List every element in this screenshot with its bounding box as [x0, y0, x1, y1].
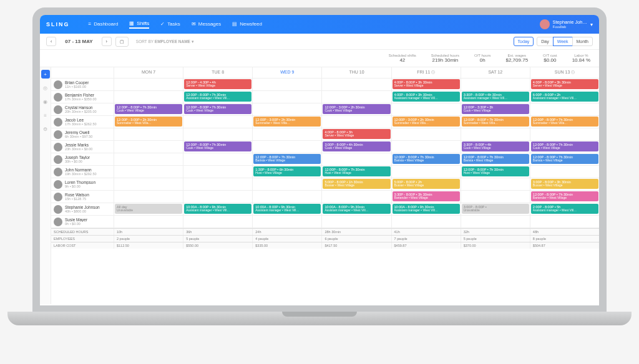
empty-cell[interactable] [391, 103, 461, 115]
shift-cell[interactable]: 3:00P - 8:00P •Unavailable [461, 203, 530, 215]
user-menu[interactable]: Stephanie Joh… Foodlab ▾ [540, 19, 593, 29]
view-day[interactable]: Day [537, 37, 553, 46]
shift-cell[interactable]: 3:00P - 8:00P • 4h 30minCook • West Vill… [321, 141, 391, 153]
empty-cell[interactable] [252, 216, 321, 228]
empty-cell[interactable] [183, 191, 252, 203]
empty-cell[interactable] [183, 166, 252, 178]
empty-cell[interactable] [183, 216, 252, 228]
shift-cell[interactable]: 12:00P - 3:00P • 2h 30minSommelier • Wes… [391, 116, 461, 128]
empty-cell[interactable] [391, 216, 461, 228]
employee-cell[interactable]: Jacob Lee 17h 30min • $262.50 [51, 116, 114, 128]
empty-cell[interactable] [461, 79, 530, 90]
shift-cell[interactable]: 1:30P - 8:00P • 6h 30minHost • West Vill… [252, 166, 321, 178]
shift-cell[interactable]: 12:00P - 8:00P • 7h 30minCook • West Vil… [114, 103, 183, 115]
filter-icon[interactable]: ≡ [41, 111, 50, 120]
shift-cell[interactable]: 4:00P - 8:00P • 3hServer • West Village [321, 128, 391, 140]
employee-cell[interactable]: Rose Watson 15h • $128.75 [51, 191, 114, 203]
empty-cell[interactable] [114, 191, 183, 203]
shift-cell[interactable]: 6:00P - 8:00P • 2hAssistant manager • We… [530, 91, 599, 103]
empty-cell[interactable] [114, 216, 183, 228]
employee-cell[interactable]: Susie Mayer 0h • $0.00 [51, 216, 114, 228]
shift-cell[interactable]: 3:30P - 8:00P • 4h 30minAssistant manage… [461, 91, 530, 103]
shift-cell[interactable]: 3:30P - 8:00P • 4hCook • West Village [461, 141, 530, 153]
day-header[interactable]: SAT 12 [461, 67, 530, 78]
shift-cell[interactable]: 12:00P - 8:00P • 7h 30minBarista • West … [461, 153, 530, 165]
nav-dashboard[interactable]: ≡Dashboard [89, 21, 119, 28]
settings-icon[interactable]: ⚙ [41, 125, 50, 133]
shift-cell[interactable]: 4:00P - 8:00P • 3h 30minAssistant manage… [391, 91, 461, 103]
shift-cell[interactable]: 3:30P - 8:00P • 3h 30minBartender • West… [391, 191, 461, 203]
day-header[interactable]: MON 7 [114, 67, 183, 78]
empty-cell[interactable] [461, 191, 530, 203]
empty-cell[interactable] [321, 191, 391, 203]
shift-cell[interactable]: 10:00A - 8:00P • 9h 30minAssistant manag… [252, 203, 321, 215]
day-header[interactable]: FRI 11 [391, 67, 461, 78]
nav-messages[interactable]: ✉Messages [192, 21, 221, 28]
empty-cell[interactable] [391, 166, 461, 178]
shift-cell[interactable]: 12:00P - 4:30P • 4hServer • West Village [183, 79, 252, 90]
empty-cell[interactable] [252, 191, 321, 203]
employee-cell[interactable]: Loren Thompson 9h • $0.00 [51, 178, 114, 190]
empty-cell[interactable] [321, 153, 391, 165]
nav-newsfeed[interactable]: ▤Newsfeed [232, 21, 262, 28]
empty-cell[interactable] [321, 91, 391, 103]
shift-cell[interactable]: 12:00P - 8:00P • 7h 30minBarista • West … [530, 153, 599, 165]
prev-week-button[interactable]: ‹ [46, 37, 56, 46]
shift-cell[interactable]: 12:00P - 8:00P • 7h 30minSommelier • Wes… [461, 116, 530, 128]
empty-cell[interactable] [461, 128, 530, 140]
view-month[interactable]: Month [572, 37, 593, 46]
nav-tasks[interactable]: ✓Tasks [160, 21, 180, 28]
empty-cell[interactable] [530, 216, 599, 228]
calendar-button[interactable]: ▢ [115, 37, 129, 47]
shift-cell[interactable]: 5:00P - 8:00P • 1h 30minBusser • West Vi… [321, 178, 391, 190]
empty-cell[interactable] [183, 128, 252, 140]
date-range[interactable]: 07 - 13 MAY [60, 39, 97, 44]
shift-cell[interactable]: 12:00P - 3:30P • 3hCook • West Village [461, 103, 530, 115]
empty-cell[interactable] [530, 128, 599, 140]
empty-cell[interactable] [252, 79, 321, 90]
empty-cell[interactable] [321, 216, 391, 228]
shift-cell[interactable]: 12:00P - 8:00P • 7h 30minHost • West Vil… [461, 166, 530, 178]
empty-cell[interactable] [530, 166, 599, 178]
empty-cell[interactable] [530, 103, 599, 115]
shift-cell[interactable]: 10:00A - 8:00P • 9h 30minAssistant manag… [183, 203, 252, 215]
day-header[interactable]: WED 9 [252, 67, 321, 78]
empty-cell[interactable] [391, 128, 461, 140]
empty-cell[interactable] [321, 116, 391, 128]
location-icon[interactable]: ◎ [41, 84, 50, 92]
next-week-button[interactable]: › [102, 37, 112, 46]
shift-cell[interactable]: 12:00P - 8:00P • 7h 30minAssistant manag… [183, 91, 252, 103]
nav-shifts[interactable]: ▦Shifts [129, 21, 149, 29]
empty-cell[interactable] [183, 116, 252, 128]
shift-cell[interactable]: 12:00P - 8:00P • 7h 30minHost • West Vil… [321, 166, 391, 178]
shift-cell[interactable]: 12:00P - 3:00P • 2h 30minSommelier • Wes… [114, 116, 183, 128]
shift-cell[interactable]: All dayUnavailable [114, 203, 183, 215]
empty-cell[interactable] [183, 178, 252, 190]
employee-cell[interactable]: John Normann 19h 30min • $292.50 [51, 166, 114, 178]
empty-cell[interactable] [252, 91, 321, 103]
employee-cell[interactable]: Joseph Taylor 30h • $0.00 [51, 153, 114, 165]
employee-cell[interactable]: Benjamin Fisher 17h 30min • $350.00 [51, 91, 114, 103]
shift-cell[interactable]: 12:00P - 3:00P • 2h 30minSommelier • Wes… [252, 116, 321, 128]
empty-cell[interactable] [461, 216, 530, 228]
empty-cell[interactable] [114, 141, 183, 153]
shift-cell[interactable]: 12:00P - 8:00P • 7h 30minSommelier • Wes… [530, 116, 599, 128]
shift-cell[interactable]: 4:00P - 8:00P • 3h 30minServer • West Vi… [530, 79, 599, 90]
employee-cell[interactable]: Brian Cooper 11h • $165.00 [51, 79, 114, 90]
employee-cell[interactable]: Jessie Marks 23h 30min • $0.00 [51, 141, 114, 153]
shift-cell[interactable]: 2:00P - 8:00P • 5hAssistant manager • We… [530, 203, 599, 215]
shift-cell[interactable]: 12:00P - 3:00P • 2h 30minCook • West Vil… [321, 103, 391, 115]
empty-cell[interactable] [114, 166, 183, 178]
shift-cell[interactable]: 4:00P - 8:00P • 3h 30minServer • West Vi… [391, 79, 461, 90]
empty-cell[interactable] [114, 178, 183, 190]
today-button[interactable]: Today [514, 37, 534, 46]
empty-cell[interactable] [391, 141, 461, 153]
add-shift-button[interactable]: + [41, 70, 50, 79]
empty-cell[interactable] [461, 178, 530, 190]
day-header[interactable]: SUN 13 [530, 67, 599, 78]
empty-cell[interactable] [114, 128, 183, 140]
shift-cell[interactable]: 12:00P - 8:00P • 7h 30minBartender • Wes… [530, 191, 599, 203]
shift-cell[interactable]: 10:00A - 8:00P • 9h 30minAssistant manag… [321, 203, 391, 215]
empty-cell[interactable] [114, 153, 183, 165]
day-header[interactable]: THU 10 [321, 67, 391, 78]
